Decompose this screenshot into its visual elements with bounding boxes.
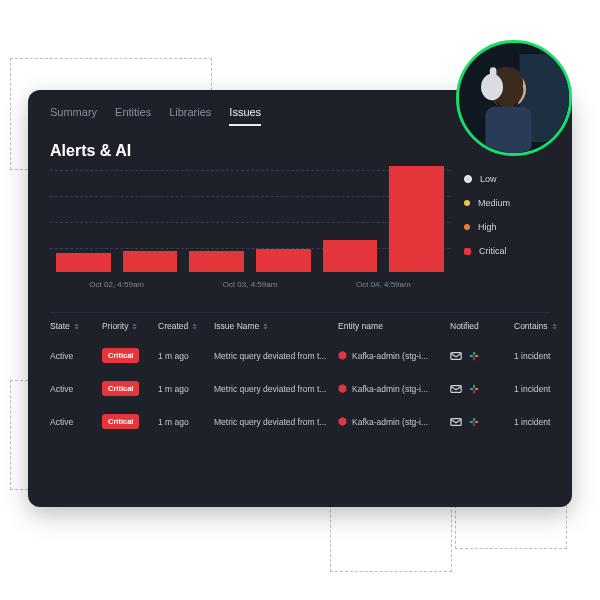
table-row[interactable]: ActiveCritical1 m agoMetric query deviat… [50, 339, 550, 372]
mail-icon[interactable] [450, 383, 462, 395]
svg-rect-10 [473, 384, 475, 387]
slack-icon[interactable] [468, 350, 480, 362]
chart-xtick: Oct 04, 4:59am [317, 280, 450, 294]
tab-summary[interactable]: Summary [50, 106, 97, 126]
hexagon-icon [338, 384, 347, 393]
chart-xtick: Oct 03, 4:59am [183, 280, 316, 294]
col-contains[interactable]: Contains [514, 321, 574, 331]
alerts-bar-chart: Oct 02, 4:59am Oct 03, 4:59am Oct 04, 4:… [50, 166, 450, 296]
cell-notified [450, 416, 510, 428]
col-priority[interactable]: Priority [102, 321, 154, 331]
svg-marker-0 [339, 351, 347, 360]
svg-rect-2 [470, 355, 473, 357]
sort-icon [73, 323, 80, 330]
cell-created: 1 m ago [158, 384, 210, 394]
priority-badge: Critical [102, 348, 139, 363]
cell-notified [450, 383, 510, 395]
hexagon-icon [338, 351, 347, 360]
cell-issue-name: Metric query deviated from t... [214, 351, 334, 361]
hexagon-icon [338, 417, 347, 426]
table-header: State Priority Created Issue Name Entity… [50, 312, 550, 339]
cell-contains: 1 incident [514, 384, 574, 394]
svg-rect-5 [473, 356, 475, 359]
cell-state: Active [50, 351, 98, 361]
cell-issue-name: Metric query deviated from t... [214, 417, 334, 427]
legend-medium: Medium [464, 198, 550, 208]
slack-icon[interactable] [468, 383, 480, 395]
cell-priority: Critical [102, 381, 154, 396]
svg-marker-6 [339, 384, 347, 393]
col-state[interactable]: State [50, 321, 98, 331]
chart-bar [323, 240, 378, 272]
col-entity-name: Entity name [338, 321, 446, 331]
sort-icon [131, 323, 138, 330]
chart-xtick: Oct 02, 4:59am [50, 280, 183, 294]
cell-state: Active [50, 417, 98, 427]
svg-rect-3 [475, 355, 478, 357]
cell-contains: 1 incident [514, 351, 574, 361]
issues-table: State Priority Created Issue Name Entity… [28, 302, 572, 438]
svg-rect-23 [490, 67, 497, 87]
chart-bar [256, 249, 311, 272]
chart-bar [56, 253, 111, 272]
table-row[interactable]: ActiveCritical1 m agoMetric query deviat… [50, 405, 550, 438]
svg-rect-13 [451, 418, 461, 425]
chart-bar [123, 251, 178, 272]
sort-icon [191, 323, 198, 330]
svg-rect-8 [470, 388, 473, 390]
tab-entities[interactable]: Entities [115, 106, 151, 126]
avatar [456, 40, 572, 156]
cell-contains: 1 incident [514, 417, 574, 427]
priority-badge: Critical [102, 381, 139, 396]
svg-rect-17 [473, 422, 475, 425]
priority-badge: Critical [102, 414, 139, 429]
col-created[interactable]: Created [158, 321, 210, 331]
tab-libraries[interactable]: Libraries [169, 106, 211, 126]
svg-rect-21 [485, 107, 531, 153]
cell-issue-name: Metric query deviated from t... [214, 384, 334, 394]
cell-entity: Kafka-admin (stg-i... [338, 417, 446, 427]
col-issue-name[interactable]: Issue Name [214, 321, 334, 331]
svg-rect-4 [473, 351, 475, 354]
svg-rect-1 [451, 352, 461, 359]
svg-marker-12 [339, 417, 347, 426]
sort-icon [551, 323, 558, 330]
table-row[interactable]: ActiveCritical1 m agoMetric query deviat… [50, 372, 550, 405]
tab-issues[interactable]: Issues [229, 106, 261, 126]
chart-legend: Low Medium High Critical [450, 166, 550, 296]
svg-rect-14 [470, 421, 473, 423]
chart-bar [389, 166, 444, 272]
cell-created: 1 m ago [158, 351, 210, 361]
slack-icon[interactable] [468, 416, 480, 428]
svg-rect-15 [475, 421, 478, 423]
mail-icon[interactable] [450, 350, 462, 362]
cell-entity: Kafka-admin (stg-i... [338, 351, 446, 361]
chart-bar [189, 251, 244, 272]
cell-entity: Kafka-admin (stg-i... [338, 384, 446, 394]
svg-rect-7 [451, 385, 461, 392]
legend-low: Low [464, 174, 550, 184]
alerts-panel: Summary Entities Libraries Issues Alerts… [28, 90, 572, 507]
svg-rect-16 [473, 417, 475, 420]
cell-created: 1 m ago [158, 417, 210, 427]
col-notified: Notified [450, 321, 510, 331]
legend-critical: Critical [464, 246, 550, 256]
cell-priority: Critical [102, 414, 154, 429]
sort-icon [262, 323, 269, 330]
svg-rect-11 [473, 389, 475, 392]
svg-rect-9 [475, 388, 478, 390]
cell-state: Active [50, 384, 98, 394]
cell-priority: Critical [102, 348, 154, 363]
mail-icon[interactable] [450, 416, 462, 428]
legend-high: High [464, 222, 550, 232]
cell-notified [450, 350, 510, 362]
